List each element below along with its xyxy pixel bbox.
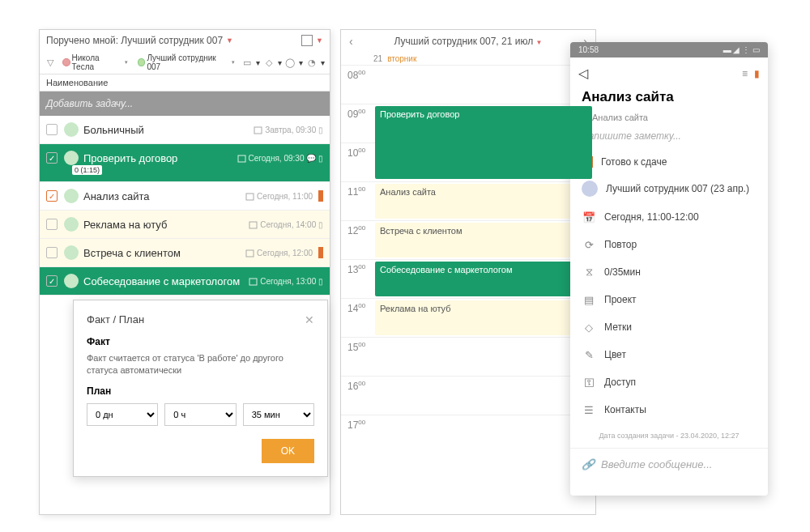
list-icon[interactable]: ≡ [742,68,748,79]
calendar-icon [245,249,254,257]
ok-button[interactable]: OK [262,439,314,463]
hour-row[interactable]: 1500 [341,337,595,376]
fact-desc: Факт считается от статуса 'В работе' до … [87,352,314,377]
task-meta: Сегодня, 11:00 [245,190,323,202]
item-label: Готово к сдаче [601,156,667,168]
filter-chip[interactable]: Никола Тесла▾ [59,53,131,72]
bookmark-icon[interactable]: ▮ [754,68,760,79]
calendar-panel: ‹ Лучший сотрудник 007, 21 июл ▼ › 21вто… [340,29,596,515]
time-badge: 0 (1:15) [72,165,102,175]
calendar-event[interactable]: Собеседование с маркетологом [375,262,592,296]
calendar-icon [237,154,246,163]
hour-label: 1100 [341,182,373,220]
filter-chip[interactable]: Лучший сотрудник 007▾ [134,53,239,72]
task-meta: Сегодня, 12:00 [245,247,323,258]
task-checkbox[interactable] [46,124,58,135]
detail-item[interactable]: 📅Сегодня, 11:00-12:00 [570,203,768,231]
detail-item[interactable]: ⚿Доступ [570,368,768,396]
svg-rect-4 [246,250,254,257]
close-icon[interactable]: ✕ [305,313,314,326]
calendar-icon [254,126,262,134]
task-checkbox[interactable]: ✓ [46,152,58,164]
svg-rect-3 [249,222,257,228]
svg-rect-0 [254,127,262,134]
hour-row[interactable]: 1300Собеседование с маркетологом [341,259,595,298]
hour-row[interactable]: 1200Встреча с клиентом [341,220,595,259]
prev-icon[interactable]: ‹ [349,35,353,48]
dropdown-icon[interactable]: ▼ [226,36,233,45]
task-row[interactable]: ✓ Проверить договор 0 (1:15) Сегодня, 09… [40,144,330,182]
bookmark-icon [318,190,323,202]
hour-row[interactable]: 0900Проверить договор [341,104,595,143]
clock-icon[interactable]: ◔ [306,57,318,68]
detail-item[interactable]: ⟳Повтор [570,231,768,258]
hour-label: 1700 [341,415,373,453]
panel-title-row: Поручено мной: Лучший сотрудник 007 ▼ ▼ [40,30,330,51]
filter-icon[interactable]: ▽ [45,57,56,68]
task-checkbox[interactable] [46,219,58,230]
attach-icon[interactable]: 🔗 [582,458,595,470]
created-date: Дата создания задачи - 23.04.2020, 12:27 [570,423,768,448]
calendar-icon [249,277,258,286]
folder-icon[interactable]: ▭ [241,57,253,68]
task-checkbox[interactable] [46,247,58,258]
plan-days[interactable]: 0 дн [87,403,158,426]
hour-row[interactable]: 1100Анализ сайта [341,181,595,220]
hour-label: 0800 [341,66,373,104]
task-checkbox[interactable]: ✓ [46,275,58,287]
detail-item[interactable]: ☰Контакты [570,396,768,423]
task-row[interactable]: Реклама на ютуб Сегодня, 14:00 ▯ [40,211,330,239]
task-row[interactable]: ✓ Собеседование с маркетологом Сегодня, … [40,267,330,296]
detail-item[interactable]: ◇Метки [570,313,768,341]
header-checkbox[interactable] [301,35,313,46]
add-task-input[interactable]: Добавить задачу... [40,92,330,116]
avatar-icon [64,151,79,165]
calendar-event[interactable]: Анализ сайта [375,184,592,219]
task-row[interactable]: ✓ Анализ сайта Сегодня, 11:00 [40,182,330,211]
calendar-event[interactable]: Реклама на ютуб [375,300,592,335]
avatar-icon [64,189,79,203]
item-label: Проект [604,294,637,305]
detail-item[interactable]: ✎Цвет [570,341,768,368]
hour-row[interactable]: 1600 [341,376,595,415]
fact-heading: Факт [87,336,314,347]
hour-row[interactable]: 0800 [341,65,595,104]
avatar-icon [64,245,79,260]
detail-item[interactable]: ▤Проект [570,286,768,313]
detail-item[interactable]: ✓Готово к сдаче [570,150,768,174]
hour-row[interactable]: 1400Реклама на ютуб [341,298,595,337]
back-icon[interactable]: ◁ [578,66,588,81]
avatar-icon [64,274,79,288]
detail-item[interactable]: Лучший сотрудник 007 (23 апр.) [570,174,768,203]
status-bar: 10:58 ▬ ◢ ⋮ ▭ [570,42,768,57]
task-meta: Сегодня, 09:30 💬 ▯ [237,154,323,163]
task-row[interactable]: Больничный Завтра, 09:30 ▯ [40,116,330,144]
tag-icon[interactable]: ◇ [263,57,275,68]
item-label: 0/35мин [604,266,641,278]
calendar-event[interactable]: Проверить договор [375,106,592,179]
plan-hours[interactable]: 0 ч [164,403,236,426]
calendar-event[interactable]: Встреча с клиентом [375,223,592,257]
hour-row[interactable]: 1700 [341,415,595,453]
panel-title: Поручено мной: Лучший сотрудник 007 [46,35,223,46]
task-meta: Завтра, 09:30 ▯ [254,126,323,134]
task-title: Больничный [83,124,144,136]
plan-minutes[interactable]: 35 мин [243,403,314,426]
task-row[interactable]: Встреча с клиентом Сегодня, 12:00 [40,239,330,267]
hour-label: 1200 [341,221,373,259]
status-icon[interactable]: ◯ [285,57,296,68]
svg-rect-1 [238,155,245,162]
calendar-icon [245,192,254,201]
task-meta: Сегодня, 14:00 ▯ [249,220,323,229]
svg-rect-2 [246,194,254,200]
dropdown-icon[interactable]: ▼ [316,36,323,45]
detail-item[interactable]: ⧖0/35мин [570,258,768,286]
avatar-icon [64,122,79,137]
task-title: Реклама на ютуб [83,219,167,231]
item-label: Доступ [604,377,636,388]
hour-label: 1500 [341,338,373,376]
message-input[interactable]: 🔗Введите сообщение... [570,448,768,480]
note-input[interactable]: Напишите заметку... [570,130,768,150]
task-checkbox[interactable]: ✓ [46,190,58,202]
signal-icons: ▬ ◢ ⋮ ▭ [723,45,760,54]
